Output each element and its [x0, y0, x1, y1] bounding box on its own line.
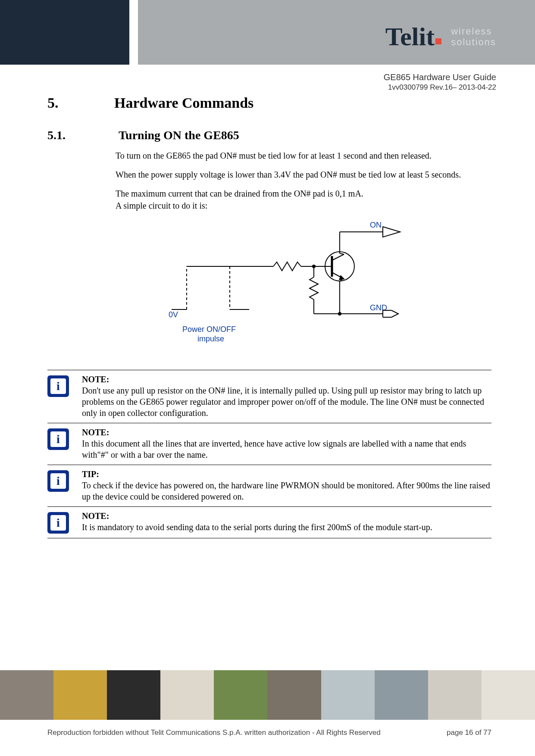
section-number: 5.1. [47, 128, 119, 142]
note-body: NOTE: In this document all the lines tha… [82, 427, 491, 460]
section-heading: 5.1.Turning ON the GE865 [47, 128, 491, 142]
doc-title: GE865 Hardware User Guide [384, 72, 496, 82]
paragraph: When the power supply voltage is lower t… [116, 169, 491, 180]
brand-logo: Telit wireless solutions [385, 24, 496, 50]
notes-block: i NOTE: Don't use any pull up resistor o… [47, 370, 491, 538]
svg-line-6 [332, 254, 344, 260]
info-icon: i [47, 512, 69, 534]
header-dark-block [0, 0, 129, 65]
footer-strip-seg [321, 670, 375, 720]
footer-strip-seg [0, 670, 53, 720]
footer-strip-seg [214, 670, 267, 720]
info-icon: i [47, 428, 69, 450]
note-label: NOTE: [82, 510, 491, 522]
note-body: NOTE: Don't use any pull up resistor on … [82, 374, 491, 419]
section-body: To turn on the GE865 the pad ON# must be… [116, 150, 491, 353]
note-text: It is mandatory to avoid sending data to… [82, 522, 491, 533]
brand-tagline: wireless solutions [451, 26, 496, 48]
page-content: 5.Hardware Commands 5.1.Turning ON the G… [47, 95, 491, 538]
info-icon: i [47, 375, 69, 397]
paragraph: To turn on the GE865 the pad ON# must be… [116, 150, 491, 161]
footer-image-strip [0, 670, 535, 720]
note-label: NOTE: [82, 427, 491, 438]
footer-strip-seg [375, 670, 428, 720]
svg-point-18 [312, 265, 316, 268]
note-text: Don't use any pull up resistor on the ON… [82, 385, 491, 419]
header-gap [129, 0, 138, 65]
footer-page: page 16 of 77 [447, 728, 491, 737]
diagram-caption-2: impulse [197, 334, 224, 343]
footer-strip-seg [482, 670, 535, 720]
diagram-label-0v: 0V [169, 310, 178, 319]
note-label: NOTE: [82, 374, 491, 385]
brand-tag-line1: wireless [451, 26, 496, 37]
circuit-diagram: ON [167, 219, 435, 353]
note-body: TIP: To check if the device has powered … [82, 469, 491, 502]
doc-title-block: GE865 Hardware User Guide 1vv0300799 Rev… [384, 72, 496, 92]
paragraph: The maximum current that can be drained … [116, 188, 491, 199]
section-title: Turning ON the GE865 [119, 128, 239, 142]
footer-strip-seg [267, 670, 321, 720]
footer-text: Reproduction forbidden without Telit Com… [47, 728, 491, 737]
note-row: i NOTE: In this document all the lines t… [47, 423, 491, 465]
footer-strip-seg [107, 670, 160, 720]
footer-strip-seg [53, 670, 107, 720]
chapter-title: Hardware Commands [114, 95, 253, 111]
diagram-caption-1: Power ON/OFF [182, 325, 236, 334]
svg-marker-1 [383, 227, 400, 237]
note-body: NOTE: It is mandatory to avoid sending d… [82, 510, 491, 534]
svg-line-9 [340, 253, 344, 254]
note-row: i TIP: To check if the device has powere… [47, 465, 491, 506]
brand-text: Telit [385, 24, 435, 50]
doc-revision: 1vv0300799 Rev.16– 2013-04-22 [384, 83, 496, 92]
note-row: i NOTE: It is mandatory to avoid sending… [47, 506, 491, 538]
footer-strip-seg [160, 670, 214, 720]
note-text: In this document all the lines that are … [82, 438, 491, 460]
footer-strip-seg [428, 670, 482, 720]
note-label: TIP: [82, 469, 491, 480]
chapter-heading: 5.Hardware Commands [47, 95, 491, 111]
note-row: i NOTE: Don't use any pull up resistor o… [47, 370, 491, 423]
diagram-label-on: ON [370, 221, 382, 229]
footer-copyright: Reproduction forbidden without Telit Com… [47, 728, 381, 737]
brand-dot-icon [435, 38, 441, 44]
brand-tag-line2: solutions [451, 37, 496, 47]
info-icon: i [47, 470, 69, 492]
svg-point-17 [338, 312, 341, 316]
paragraph: A simple circuit to do it is: [116, 200, 491, 211]
note-text: To check if the device has powered on, t… [82, 480, 491, 502]
brand-wordmark: Telit [385, 24, 442, 50]
chapter-number: 5. [47, 95, 114, 111]
circuit-svg: ON [167, 219, 435, 353]
